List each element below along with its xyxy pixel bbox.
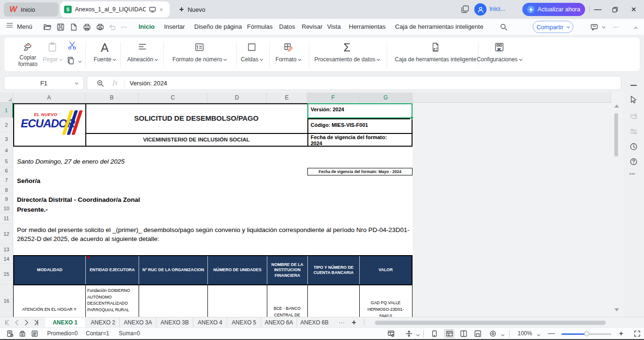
row-header-7[interactable]: 7 xyxy=(0,174,13,186)
select-all-corner[interactable] xyxy=(0,92,13,103)
cell-a7-salutation[interactable]: Señor/a xyxy=(17,177,41,184)
sheet-tab-anexo1[interactable]: ANEXO 1 xyxy=(45,317,85,328)
sheet-tab-anexo4[interactable]: ANEXO 4 xyxy=(193,317,227,328)
fill-handle[interactable] xyxy=(410,116,413,119)
fx-icon[interactable]: fx xyxy=(113,79,117,87)
menu-item-caja-herramientas[interactable]: Caja de herramientas inteligente xyxy=(395,19,483,35)
menu-item-revisar[interactable]: Revisar xyxy=(302,19,322,35)
cell-e16-institucion[interactable]: BCE - BANCO CENTRAL DE xyxy=(268,306,306,317)
paste-button[interactable]: Pegar xyxy=(40,37,65,72)
column-header-c[interactable]: C xyxy=(139,92,207,103)
menu-item-inicio[interactable]: Inicio xyxy=(139,19,155,35)
close-document-icon[interactable]: × xyxy=(159,6,163,13)
vertical-scrollbar[interactable] xyxy=(613,103,619,315)
chevron-down-icon[interactable] xyxy=(416,333,420,336)
table-header-entidad[interactable]: ENTIDAD EJECUTORA xyxy=(85,256,139,284)
search-icon[interactable] xyxy=(500,23,508,31)
row-header-8[interactable]: 8 xyxy=(0,186,13,194)
sheet-tab-anexo3b[interactable]: ANEXO 3B xyxy=(157,317,193,328)
page-layout-view-icon[interactable] xyxy=(460,330,467,337)
cell-a12-body[interactable]: Por medio del presente solicito el _(pri… xyxy=(17,225,413,243)
row-header-5[interactable]: 5 xyxy=(0,155,13,167)
normal-view-button-active[interactable] xyxy=(444,329,454,338)
close-window-button[interactable]: × xyxy=(629,5,638,14)
collapse-ribbon-icon[interactable] xyxy=(633,19,637,35)
horizontal-scroll-thumb[interactable] xyxy=(375,321,606,325)
first-sheet-icon[interactable] xyxy=(4,319,11,326)
next-sheet-icon[interactable] xyxy=(23,319,30,326)
chevron-down-icon[interactable] xyxy=(601,19,605,35)
history-icon[interactable] xyxy=(629,142,638,151)
chevron-down-icon[interactable] xyxy=(501,333,504,336)
cell-b1-title[interactable]: SOLICITUD DE DESEMBOLSO/PAGO xyxy=(86,103,306,133)
number-format-dropdown[interactable]: Formato de número xyxy=(165,37,233,72)
save-icon[interactable] xyxy=(57,23,65,31)
row-header-3[interactable]: 3 xyxy=(0,133,13,146)
table-header-unidades[interactable]: NÚMERO DE UNIDADES xyxy=(207,256,267,284)
sheet-canvas[interactable]: EL NUEVO ECUADOR SOLICITUD DE DESEMBOLSO… xyxy=(13,103,611,317)
avatar[interactable] xyxy=(474,3,487,16)
cell-a5-city-date[interactable]: Santo Domingo, 27 de enero del 2025 xyxy=(17,158,124,165)
update-now-button[interactable]: Actualizar ahora xyxy=(522,3,585,16)
restore-button[interactable] xyxy=(610,5,619,14)
zoom-out-icon[interactable] xyxy=(97,80,104,87)
row-header-12[interactable]: 12 xyxy=(0,224,13,244)
zoom-in-button[interactable]: + xyxy=(619,329,623,337)
column-header-a[interactable]: A xyxy=(13,92,85,103)
help-icon[interactable] xyxy=(629,158,638,166)
menu-item-herramientas[interactable]: Herramientas xyxy=(349,19,386,35)
previous-sheet-icon[interactable] xyxy=(13,319,21,326)
macro-status-icon[interactable] xyxy=(19,330,26,337)
mobile-view-icon[interactable] xyxy=(431,330,438,337)
more-quick-actions-icon[interactable]: ··· xyxy=(121,19,127,35)
row-header-11[interactable]: 11 xyxy=(0,213,13,224)
table-header-modalidad[interactable]: MODALIDAD xyxy=(14,256,85,284)
cell-g16-valor[interactable]: 5940.0 xyxy=(360,313,411,317)
row-header-4[interactable]: 4 xyxy=(0,146,13,155)
column-header-e[interactable]: E xyxy=(267,92,307,103)
account-name[interactable]: Inici... xyxy=(489,5,505,12)
move-selection-icon[interactable] xyxy=(405,330,413,337)
last-sheet-icon[interactable] xyxy=(32,319,40,326)
row-header-6[interactable]: 6 xyxy=(0,167,13,174)
cell-f16-cuenta[interactable]: GAD PQ VALLE HERMOSO-23D01- xyxy=(361,300,410,313)
font-dropdown[interactable]: A Fuente xyxy=(88,37,121,72)
cell-a9-addressee[interactable]: Director/a Distrital - Coordinador/a Zon… xyxy=(17,196,140,203)
column-header-f[interactable]: F xyxy=(307,92,359,103)
sheet-tab-anexo2[interactable]: ANEXO 2 xyxy=(87,317,120,328)
row-header-10[interactable]: 10 xyxy=(0,204,13,213)
new-document-button[interactable]: + Nuevo xyxy=(179,4,206,15)
export-icon[interactable] xyxy=(70,23,78,31)
copy-icon[interactable] xyxy=(66,56,75,65)
undo-icon[interactable] xyxy=(108,23,116,31)
open-file-icon[interactable] xyxy=(43,23,51,31)
collapse-panel-icon[interactable] xyxy=(629,81,638,90)
cut-icon[interactable] xyxy=(67,41,77,50)
column-header-g[interactable]: G xyxy=(359,92,413,103)
name-box[interactable]: F1 xyxy=(4,76,84,90)
chevron-down-icon[interactable] xyxy=(78,59,82,63)
row-header-16[interactable]: 16 xyxy=(0,285,13,317)
vertical-scroll-thumb[interactable] xyxy=(614,113,618,157)
alignment-dropdown[interactable]: Alineación xyxy=(122,37,163,72)
fullscreen-icon[interactable] xyxy=(634,330,641,337)
menu-item-datos[interactable]: Datos xyxy=(279,19,295,35)
menu-item-insertar[interactable]: Insertar xyxy=(164,19,185,35)
adjust-settings-icon[interactable] xyxy=(629,127,638,136)
share-button[interactable]: Compartir xyxy=(533,21,573,33)
row-header-2[interactable]: 2 xyxy=(0,118,13,133)
menu-item-vista[interactable]: Vista xyxy=(327,19,341,35)
table-header-valor[interactable]: VALOR xyxy=(359,256,412,284)
cursor-select-icon[interactable] xyxy=(629,95,638,104)
repeat-export-icon[interactable] xyxy=(629,112,638,121)
cell-b16-entidad[interactable]: Fundación GOBIERNO AUTÓNOMO DESCENTRALIZ… xyxy=(87,288,137,313)
more-menu-icon[interactable]: ··· xyxy=(613,19,619,35)
sheet-tab-anexo6a[interactable]: ANEXO 6A xyxy=(261,317,297,328)
row-header-9[interactable]: 9 xyxy=(0,194,13,204)
reading-mode-icon[interactable] xyxy=(489,330,496,337)
row-header-13[interactable]: 13 xyxy=(0,244,13,255)
table-header-cuenta[interactable]: TIPO Y NÚMERO DE CUENTA BANCARIA xyxy=(307,256,359,284)
row-header-15[interactable]: 15 xyxy=(0,264,13,285)
add-sheet-icon[interactable]: + xyxy=(352,317,356,328)
comments-icon[interactable] xyxy=(590,23,598,31)
